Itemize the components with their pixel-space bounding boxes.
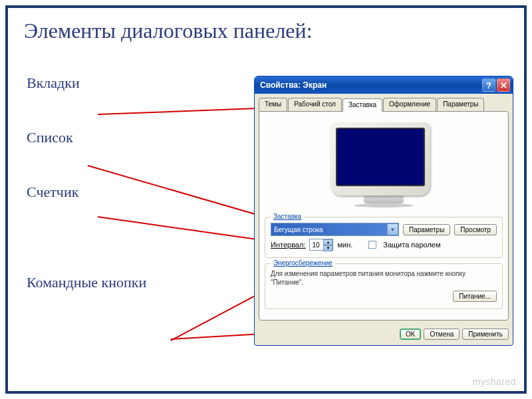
power-button[interactable]: Питание...	[453, 291, 497, 302]
dropdown-value: Бегущая строка	[274, 226, 323, 233]
slide-frame: Элементы диалоговых панелей: Вкладки Спи…	[5, 5, 527, 394]
tab-body: Заставка Бегущая строка ▼ Параметры Прос…	[259, 111, 509, 321]
group-energy: Энергосбережение Для изменения параметро…	[265, 263, 503, 309]
password-checkbox[interactable]	[368, 241, 376, 249]
password-label: Защита паролем	[383, 241, 440, 249]
callout-labels: Вкладки Список Счетчик Командные кнопки	[27, 74, 160, 329]
dialog-titlebar[interactable]: Свойства: Экран ? ✕	[255, 76, 513, 94]
spinner-up-icon[interactable]: ▲	[323, 239, 332, 245]
interval-unit: мин.	[337, 241, 352, 249]
group-screensaver: Заставка Бегущая строка ▼ Параметры Прос…	[265, 217, 503, 258]
energy-note: Для изменения параметров питания монитор…	[271, 269, 497, 287]
screensaver-dropdown[interactable]: Бегущая строка ▼	[271, 223, 399, 236]
tab-settings[interactable]: Параметры	[437, 98, 484, 111]
callout-spinner: Счетчик	[27, 184, 160, 201]
monitor-screen-icon	[336, 128, 425, 186]
tab-appearance[interactable]: Оформление	[383, 98, 436, 111]
monitor-preview	[265, 117, 503, 217]
tab-themes[interactable]: Темы	[259, 98, 287, 111]
interval-label: Интервал:	[271, 241, 305, 249]
group-screensaver-title: Заставка	[271, 213, 304, 220]
ok-button[interactable]: OK	[400, 329, 421, 340]
display-properties-dialog: Свойства: Экран ? ✕ Темы Рабочий стол За…	[254, 76, 513, 346]
dialog-buttons: OK Отмена Применить	[255, 325, 513, 345]
params-button[interactable]: Параметры	[403, 224, 450, 235]
cancel-button[interactable]: Отмена	[424, 329, 460, 340]
slide-title: Элементы диалоговых панелей:	[8, 8, 524, 43]
callout-command-buttons: Командные кнопки	[27, 274, 160, 291]
close-button[interactable]: ✕	[497, 78, 510, 92]
chevron-down-icon: ▼	[387, 224, 398, 235]
preview-button[interactable]: Просмотр	[454, 224, 497, 235]
tab-screensaver[interactable]: Заставка	[342, 98, 382, 112]
callout-tabs: Вкладки	[27, 74, 160, 92]
group-energy-title: Энергосбережение	[271, 259, 335, 267]
close-icon: ✕	[500, 80, 507, 90]
tab-desktop[interactable]: Рабочий стол	[288, 98, 342, 111]
tab-strip: Темы Рабочий стол Заставка Оформление Па…	[255, 94, 513, 111]
help-button[interactable]: ?	[482, 78, 495, 92]
spinner-down-icon[interactable]: ▼	[323, 245, 332, 251]
interval-spinner[interactable]: 10 ▲ ▼	[309, 239, 333, 251]
interval-value: 10	[312, 241, 319, 249]
callout-list: Список	[27, 129, 160, 146]
dialog-title: Свойства: Экран	[260, 80, 482, 90]
watermark: myshared	[473, 376, 516, 387]
apply-button[interactable]: Применить	[462, 329, 509, 340]
